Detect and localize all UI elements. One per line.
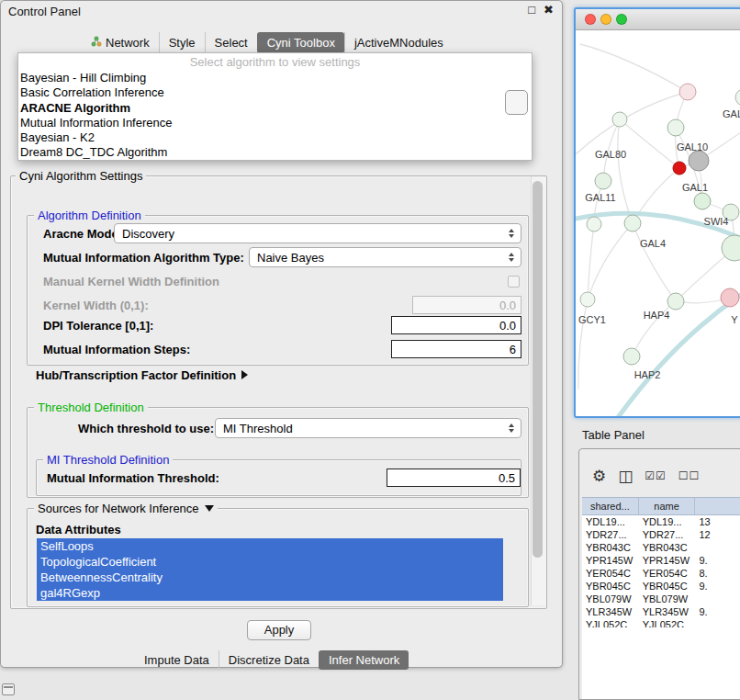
sources-group-expander[interactable]: Sources for Network Inference bbox=[34, 502, 218, 515]
network-edge bbox=[578, 299, 588, 389]
table-row[interactable]: YJL052CYJL052C bbox=[582, 618, 740, 627]
settings-gear-icon[interactable]: ⚙ bbox=[592, 469, 606, 484]
network-edge bbox=[633, 223, 676, 301]
node-label: GCY1 bbox=[578, 314, 606, 325]
tab-cyni-toolbox[interactable]: Cyni Toolbox bbox=[257, 32, 344, 53]
network-node[interactable] bbox=[673, 162, 686, 175]
network-node[interactable] bbox=[694, 193, 711, 209]
network-view-window: GAL10GAL80GAL11GAL1SWI4GAL4GCY1HAP4YHAP2… bbox=[574, 7, 740, 418]
dpi-tolerance-label: DPI Tolerance [0,1]: bbox=[43, 319, 153, 333]
settings-scrollbar-thumb[interactable] bbox=[533, 181, 543, 558]
network-node[interactable] bbox=[721, 288, 739, 307]
manual-kernel-width-checkbox[interactable] bbox=[508, 276, 520, 288]
table-row[interactable]: YBR043CYBR043C bbox=[582, 541, 740, 554]
table-row[interactable]: YPR145WYPR145W9. bbox=[582, 554, 740, 567]
dropdown-item[interactable]: Basic Correlation Inference bbox=[18, 85, 532, 100]
which-threshold-combo[interactable]: MI Threshold bbox=[215, 418, 521, 438]
table-header-row: shared...name bbox=[582, 497, 740, 515]
network-canvas[interactable]: GAL10GAL80GAL11GAL1SWI4GAL4GCY1HAP4YHAP2… bbox=[576, 30, 740, 417]
dropdown-item[interactable]: ARACNE Algorithm bbox=[18, 101, 532, 116]
mi-threshold-label: Mutual Information Threshold: bbox=[47, 471, 219, 485]
aracne-mode-label: Aracne Mode: bbox=[43, 227, 122, 241]
minimize-traffic-button[interactable] bbox=[600, 14, 611, 25]
combo-side-button[interactable] bbox=[505, 90, 528, 115]
aracne-mode-combo[interactable]: Discovery bbox=[114, 223, 521, 243]
tab-infer-network[interactable]: Infer Network bbox=[319, 650, 409, 670]
network-node[interactable] bbox=[587, 217, 601, 231]
show-columns-icon[interactable]: ◫ bbox=[618, 469, 633, 484]
network-edge bbox=[618, 119, 633, 223]
table-row[interactable]: YBR045CYBR045C9. bbox=[582, 580, 740, 593]
network-node[interactable] bbox=[667, 119, 684, 136]
table-cell: 8. bbox=[695, 568, 740, 579]
attribute-list-item[interactable]: SelfLoops bbox=[37, 538, 503, 554]
threshold-definition-title: Threshold Definition bbox=[34, 401, 148, 414]
deselect-all-checkboxes-icon[interactable]: ☐☐ bbox=[678, 469, 701, 484]
network-node[interactable] bbox=[679, 84, 696, 100]
hub-definition-expander[interactable]: Hub/Transcription Factor Definition bbox=[36, 368, 248, 382]
dropdown-item[interactable]: Dream8 DC_TDC Algorithm bbox=[18, 145, 532, 160]
node-label: GAL11 bbox=[585, 192, 615, 203]
attribute-list-item[interactable]: BetweennessCentrality bbox=[37, 570, 503, 585]
network-node[interactable] bbox=[735, 89, 740, 106]
network-node[interactable] bbox=[580, 292, 595, 307]
kernel-width-field[interactable] bbox=[412, 296, 521, 314]
apply-button[interactable]: Apply bbox=[247, 620, 311, 640]
tab-style[interactable]: Style bbox=[159, 32, 205, 53]
table-cell: YPR145W bbox=[639, 555, 696, 566]
network-edge bbox=[580, 44, 688, 92]
dropdown-item[interactable]: Bayesian - Hill Climbing bbox=[18, 71, 532, 85]
cyni-algorithm-settings-title: Cyni Algorithm Settings bbox=[16, 169, 146, 183]
network-node[interactable] bbox=[689, 151, 709, 171]
node-label: GAL80 bbox=[595, 149, 626, 160]
table-row[interactable]: YER054CYER054C8. bbox=[582, 567, 740, 580]
float-window-icon[interactable]: □ bbox=[528, 3, 535, 17]
tab-jactivemnodules[interactable]: jActiveMNodules bbox=[344, 32, 453, 53]
table-row[interactable]: YBL079WYBL079W bbox=[582, 593, 740, 605]
mi-algorithm-type-combo[interactable]: Naive Bayes bbox=[249, 247, 521, 267]
tab-impute-data[interactable]: Impute Data bbox=[135, 650, 219, 670]
network-node[interactable] bbox=[667, 293, 684, 310]
zoom-traffic-button[interactable] bbox=[616, 14, 627, 25]
control-panel-title: Control Panel bbox=[8, 5, 81, 18]
tab-select[interactable]: Select bbox=[205, 32, 257, 53]
mi-threshold-field[interactable] bbox=[387, 469, 521, 487]
table-row[interactable]: YDR27...YDR27...12 bbox=[582, 528, 740, 541]
node-label: GAL bbox=[723, 108, 740, 119]
tab-discretize-data[interactable]: Discretize Data bbox=[219, 650, 319, 670]
dpi-tolerance-field[interactable] bbox=[391, 316, 521, 334]
dropdown-item[interactable]: Bayesian - K2 bbox=[18, 130, 532, 145]
table-column-header[interactable]: name bbox=[639, 498, 696, 514]
attribute-list-item[interactable]: TopologicalCoefficient bbox=[37, 554, 503, 570]
which-threshold-label: Which threshold to use: bbox=[78, 422, 214, 435]
manual-kernel-width-label: Manual Kernel Width Definition bbox=[43, 275, 219, 288]
table-column-header[interactable]: shared... bbox=[582, 498, 639, 514]
close-window-icon[interactable]: ✖ bbox=[544, 3, 554, 17]
combo-arrows-icon bbox=[509, 253, 514, 262]
data-attributes-list: SelfLoopsTopologicalCoefficientBetweenne… bbox=[37, 538, 503, 601]
restore-panel-icon[interactable] bbox=[2, 683, 15, 695]
table-panel-title: Table Panel bbox=[582, 428, 645, 442]
network-node[interactable] bbox=[612, 112, 627, 127]
table-cell: YLR345W bbox=[639, 606, 696, 617]
table-row[interactable]: YLR345WYLR345W9. bbox=[582, 605, 740, 618]
table-column-header[interactable] bbox=[695, 498, 740, 514]
tab-label: Cyni Toolbox bbox=[267, 36, 335, 50]
table-row[interactable]: YDL19...YDL19...13 bbox=[582, 515, 740, 528]
tab-network[interactable]: Network bbox=[82, 32, 159, 53]
dropdown-item[interactable]: Mutual Information Inference bbox=[18, 116, 532, 130]
network-node[interactable] bbox=[624, 215, 641, 231]
table-cell: YDL19... bbox=[582, 516, 639, 527]
mi-algorithm-type-value: Naive Bayes bbox=[257, 251, 324, 265]
select-all-checkboxes-icon[interactable]: ☑☑ bbox=[645, 469, 667, 484]
network-edge bbox=[588, 224, 594, 299]
attribute-list-item[interactable]: gal4RGexp bbox=[37, 585, 503, 601]
network-node[interactable] bbox=[623, 348, 640, 365]
network-node[interactable] bbox=[595, 173, 611, 189]
tab-label: Network bbox=[106, 36, 150, 50]
control-panel-window: Control Panel □ ✖ NetworkStyleSelectCyni… bbox=[0, 0, 563, 668]
mi-steps-field[interactable] bbox=[391, 340, 521, 358]
table-cell: YBL079W bbox=[639, 593, 696, 604]
close-traffic-button[interactable] bbox=[585, 14, 596, 25]
chevron-right-icon bbox=[241, 370, 248, 379]
